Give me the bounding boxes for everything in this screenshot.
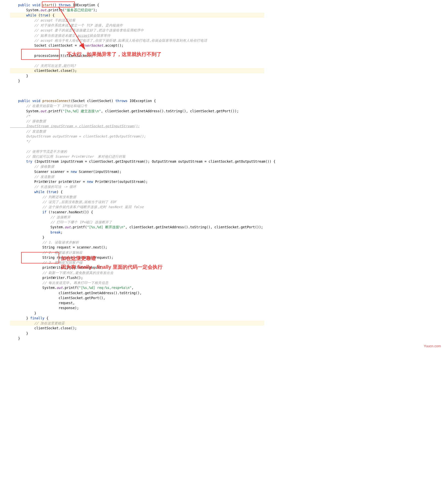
code-line: if (!scanner.hasNext()) { xyxy=(10,210,264,215)
code-block-1: public void start() throws IOException {… xyxy=(0,0,264,351)
code-line: String request = scanner.next(); xyxy=(10,245,264,250)
code-comment: // accept 要干的就是等连接建立好了,把这个连接给拿给应用程序中 xyxy=(10,28,264,33)
code-line: } xyxy=(10,78,264,83)
watermark: Yuucn.com xyxy=(424,344,441,349)
code-line: printWriter.println(response); xyxy=(10,265,264,270)
code-line: while (true) { xyxy=(10,189,264,194)
code-comment: // 发送数据 xyxy=(10,174,264,179)
code-comment: // accept 干的活是拉客 xyxy=(10,18,264,23)
code-line: processConnect(clientSocket); xyxy=(10,53,264,58)
code-comment: // 1. 读取请求并解析 xyxy=(10,240,264,245)
code-comment: // 长连接的写法 -> 循环 xyxy=(10,184,264,189)
code-comment: // 如果当前连接还未建立,accpet就会阻塞等待 xyxy=(10,33,264,38)
code-line: System.out.printf("[%s,%d] req:%s,resp=%… xyxy=(10,285,264,290)
code-line: break; xyxy=(10,230,264,235)
code-line: response); xyxy=(10,305,264,310)
code-comment: // accept 相当于有人给你打电话了,你按下接听键.如果没人给你打电话,你… xyxy=(10,38,264,43)
code-line: public void processConnect(Socket client… xyxy=(10,98,264,103)
code-comment: // 在最开始获取一下 IP地址和端口号 xyxy=(10,103,264,108)
code-comment: // 我们就可以用 Scanner PrintWriter 来对他们进行封装 xyxy=(10,154,264,159)
code-line: clientSocket.close(); xyxy=(10,326,264,331)
code-line: while (true) { xyxy=(10,13,264,18)
code-line: } xyxy=(10,331,264,336)
code-comment: /* xyxy=(10,114,264,119)
code-line: clientSocket.getPort(), xyxy=(10,295,264,300)
code-comment: // 读完了,后面没有数据,就相当于读到了 EOF xyxy=(10,199,264,204)
code-comment: // 这个操作就代表客户端断开连接,此时 hasNext 返回 false xyxy=(10,204,264,209)
code-line: clientSocket.getInetAddress().toString()… xyxy=(10,290,264,295)
code-line: } xyxy=(10,311,264,316)
code-line: System.out.printf("[%s,%d] 建立连接\n", clie… xyxy=(10,109,264,114)
code-line: Socket clientSocket = serverSocket.accep… xyxy=(10,43,264,48)
code-comment: // 3. 把响应写回客户端 xyxy=(10,260,264,265)
code-line: PrintWriter printWriter = new PrintWrite… xyxy=(10,179,264,184)
code-comment: // 打印一下哪个 IP+端口 连接断开了 xyxy=(10,220,264,225)
code-comment: // 加在这里更稳妥 xyxy=(10,321,264,326)
code-comment: // 接收数据 xyxy=(10,164,264,169)
code-comment: // 连接断开 xyxy=(10,215,264,220)
code-line: } finally { xyxy=(10,316,264,321)
code-comment: InputStream inputStream = clientSocket.g… xyxy=(10,124,264,128)
code-comment: // 使用字节流是不方便的 xyxy=(10,149,264,154)
code-line: request, xyxy=(10,300,264,305)
code-comment: // 关闭写在这里,能行吗? xyxy=(10,63,264,68)
code-line: clientSocket.close(); xyxy=(10,68,264,73)
code-line: try (InputStream inputStream = clientSoc… xyxy=(10,159,264,164)
code-comment: // 刷新一下缓冲区,避免数据真的没有发出去 xyxy=(10,270,264,275)
code-line: } xyxy=(10,73,264,78)
code-line: printWriter.flush(); xyxy=(10,275,264,280)
code-comment: // 每次发送完毕, 再来打印一下相关信息 xyxy=(10,280,264,285)
code-comment: // 对于操作系统来说,建立一个 TCP 连接, 是内核操作 xyxy=(10,23,264,28)
code-line: public void start() throws IOException { xyxy=(10,2,264,7)
code-line: Scanner scanner = new Scanner(inputStrea… xyxy=(10,169,264,174)
code-comment: OutputStream outputStream = clientSocket… xyxy=(10,134,264,139)
code-line: } xyxy=(10,235,264,240)
code-line: System.out.println("服务器已经启动"); xyxy=(10,7,264,12)
code-line: System.out.printf("[%s,%d] 断开连接\n", clie… xyxy=(10,225,264,230)
code-line: String response = process(request); xyxy=(10,255,264,260)
code-comment: // 判断还有没有数据 xyxy=(10,194,264,199)
code-comment: */ xyxy=(10,139,264,144)
code-comment: // 发送数据 xyxy=(10,129,264,134)
code-line: } xyxy=(10,336,264,341)
code-comment: // 2. 根据请求计算响应 xyxy=(10,250,264,255)
code-comment: // 接收数据 xyxy=(10,119,264,124)
